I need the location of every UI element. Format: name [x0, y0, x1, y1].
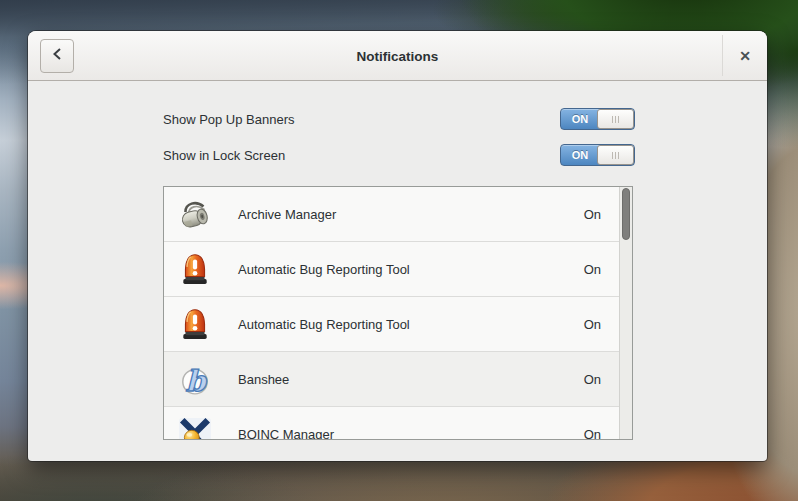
back-button[interactable] [40, 39, 74, 73]
app-row[interactable]: b Banshee On [164, 352, 619, 407]
app-row[interactable]: Automatic Bug Reporting Tool On [164, 242, 619, 297]
app-row[interactable]: BOINC Manager On [164, 407, 619, 440]
lock-screen-label: Show in Lock Screen [163, 148, 285, 163]
app-status: On [584, 427, 603, 441]
scrollbar[interactable] [619, 187, 632, 439]
close-icon: ✕ [739, 48, 751, 64]
switch-on-label: ON [561, 145, 599, 165]
app-name: Archive Manager [238, 207, 584, 222]
app-name: BOINC Manager [238, 427, 584, 441]
alarm-beacon-icon [178, 252, 212, 286]
lock-screen-row: Show in Lock Screen ON [163, 144, 635, 166]
app-status: On [584, 317, 603, 332]
app-row[interactable]: Archive Manager On [164, 187, 619, 242]
switch-on-label: ON [561, 109, 599, 129]
scrollbar-thumb[interactable] [622, 188, 630, 240]
svg-text:b: b [185, 364, 207, 396]
switch-handle[interactable] [597, 109, 634, 129]
back-chevron-icon [51, 47, 63, 65]
header-separator [722, 35, 723, 76]
close-button[interactable]: ✕ [728, 39, 762, 73]
notifications-settings-window: Notifications ✕ Show Pop Up Banners ON S… [28, 31, 767, 461]
popup-banners-row: Show Pop Up Banners ON [163, 108, 635, 130]
switch-handle[interactable] [597, 145, 634, 165]
app-notification-list: Archive Manager On Automatic Bug Reporti… [163, 186, 633, 440]
desktop-wallpaper: Notifications ✕ Show Pop Up Banners ON S… [0, 0, 798, 501]
boinc-icon [178, 417, 212, 440]
banshee-icon: b [178, 362, 212, 396]
app-status: On [584, 372, 603, 387]
notifications-panel: Show Pop Up Banners ON Show in Lock Scre… [28, 81, 767, 440]
app-name: Automatic Bug Reporting Tool [238, 317, 584, 332]
app-status: On [584, 207, 603, 222]
alarm-beacon-icon [178, 307, 212, 341]
app-name: Automatic Bug Reporting Tool [238, 262, 584, 277]
app-row[interactable]: Automatic Bug Reporting Tool On [164, 297, 619, 352]
app-status: On [584, 262, 603, 277]
header-bar: Notifications ✕ [28, 31, 767, 81]
popup-banners-label: Show Pop Up Banners [163, 112, 295, 127]
toggle-show-popup-banners[interactable]: ON [560, 108, 635, 130]
app-name: Banshee [238, 372, 584, 387]
archive-roller-icon [178, 197, 212, 231]
window-title: Notifications [88, 31, 707, 81]
toggle-show-lock-screen[interactable]: ON [560, 144, 635, 166]
